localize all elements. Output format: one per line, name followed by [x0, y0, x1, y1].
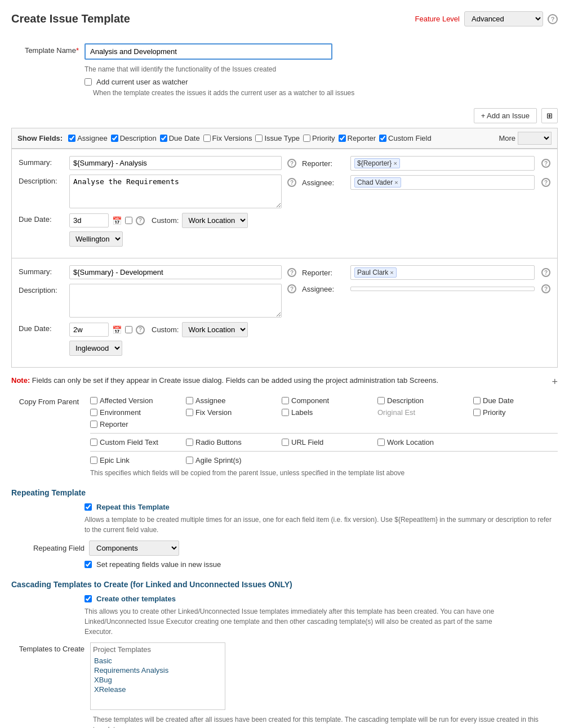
copy-field-due-date[interactable]: Due Date [473, 396, 558, 405]
issue2-assignee-tag-input[interactable] [350, 287, 535, 291]
issue2-reporter-right-help-icon[interactable]: ? [541, 268, 550, 277]
copy-fields-container: Affected Version Assignee Component Desc… [90, 396, 558, 477]
repeating-field-select[interactable]: Components Fix Versions Labels Affected … [89, 541, 179, 556]
issue2-reporter-help-icon[interactable]: ? [287, 268, 296, 277]
issue1-summary-label: Summary: [19, 156, 69, 167]
copy-field-work-location[interactable]: Work Location [377, 438, 462, 446]
issue1-custom-field-select[interactable]: Work Location [182, 213, 248, 228]
listbox-item-xbug[interactable]: XBug [93, 675, 223, 685]
issue1-reporter-right-help-icon[interactable]: ? [541, 159, 550, 168]
copy-from-parent-label: Copy From Parent [11, 396, 85, 406]
feature-level-label: Feature Level [415, 15, 460, 23]
copy-field-description[interactable]: Description [377, 396, 462, 405]
issue1-reporter-label: Reporter: [302, 159, 347, 168]
copy-field-fix-version[interactable]: Fix Version [186, 408, 270, 417]
watcher-checkbox[interactable] [85, 78, 92, 86]
field-checkbox-priority[interactable]: Priority [303, 134, 335, 142]
templates-to-create-label: Templates to Create [11, 642, 85, 653]
issue1-duedate-input[interactable] [69, 213, 109, 227]
field-checkbox-reporter[interactable]: Reporter [339, 134, 376, 142]
issue2-calendar-icon[interactable]: 📅 [112, 325, 122, 334]
issue2-summary-label: Summary: [19, 265, 69, 276]
issue2-reporter-tag-remove[interactable]: × [390, 269, 393, 276]
template-name-input[interactable] [85, 43, 332, 60]
copy-field-environment[interactable]: Environment [90, 408, 175, 417]
repeating-template-title: Repeating Template [11, 488, 558, 497]
issue2-summary-input[interactable] [69, 265, 282, 279]
issue1-assignee-help-icon[interactable]: ? [287, 178, 296, 187]
issue2-custom-field-select[interactable]: Work Location [182, 322, 248, 337]
listbox-item-basic[interactable]: Basic [93, 656, 223, 666]
copy-field-reporter[interactable]: Reporter [90, 420, 175, 428]
copy-field-priority[interactable]: Priority [473, 408, 558, 417]
repeat-hint: Allows a template to be created multiple… [85, 515, 558, 535]
watcher-checkbox-row: Add current user as watcher [85, 78, 558, 86]
create-other-row: Create other templates [85, 595, 558, 603]
repeat-checkbox-row: Repeat this Template [85, 503, 558, 511]
listbox-item-requirements[interactable]: Requirements Analysis [93, 666, 223, 675]
note-section: Note: Fields can only be set if they app… [11, 376, 558, 388]
note-plus-button[interactable]: + [552, 376, 558, 388]
copy-field-agile-sprint[interactable]: Agile Sprint(s) [186, 456, 270, 465]
issue2-assignee-help-icon[interactable]: ? [287, 284, 296, 293]
settings-button[interactable]: ⊞ [541, 108, 558, 123]
watcher-hint: When the template creates the issues it … [93, 89, 558, 97]
issue1-duedate-checkbox[interactable] [125, 217, 132, 224]
copy-field-custom-field-text[interactable]: Custom Field Text [90, 438, 175, 446]
issue2-duedate-checkbox[interactable] [125, 326, 132, 333]
watcher-label: Add current user as watcher [96, 78, 188, 86]
feature-level-select[interactable]: Advanced Basic [464, 11, 543, 26]
copy-field-original-est: Original Est [377, 408, 462, 417]
issue1-description-input[interactable]: Analyse the Requirements [69, 175, 282, 208]
copy-field-labels[interactable]: Labels [282, 408, 366, 417]
field-checkbox-assignee[interactable]: Assignee [68, 134, 107, 142]
issue1-custom-value-select[interactable]: Wellington [69, 231, 123, 247]
issue1-reporter-tag-remove[interactable]: × [393, 160, 397, 167]
field-checkbox-fix-versions[interactable]: Fix Versions [203, 134, 252, 142]
copy-field-affected-version[interactable]: Affected Version [90, 396, 175, 405]
issue1-duedate-row: Due Date: 📅 ? Custom: Work Location Well… [19, 213, 282, 247]
copy-field-component[interactable]: Component [282, 396, 366, 405]
note-body: Fields can only be set if they appear in… [32, 376, 438, 385]
issue2-duedate-input[interactable] [69, 323, 109, 337]
add-issue-button[interactable]: + Add an Issue [474, 108, 537, 123]
create-other-checkbox[interactable] [85, 595, 92, 602]
cascading-hint: This allows you to create other Linked/U… [85, 606, 507, 637]
issue1-summary-row: Summary: [19, 156, 282, 170]
issue1-assignee-tag-input[interactable]: Chad Vader × [350, 175, 535, 190]
issue1-description-row: Description: Analyse the Requirements [19, 175, 282, 208]
issue2-custom-value-select[interactable]: Inglewood [69, 341, 122, 356]
repeat-label: Repeat this Template [96, 503, 170, 511]
copy-field-assignee[interactable]: Assignee [186, 396, 270, 405]
listbox-item-xrelease[interactable]: XRelease [93, 685, 223, 694]
issue2-description-input[interactable] [69, 284, 282, 318]
more-dropdown: More [499, 132, 552, 145]
field-checkbox-description[interactable]: Description [111, 134, 157, 142]
issue2-duedate-help-icon[interactable]: ? [136, 325, 145, 334]
issue1-reporter-tag: ${Reporter} × [354, 158, 400, 168]
issue1-reporter-help-icon[interactable]: ? [287, 159, 296, 168]
issue1-calendar-icon[interactable]: 📅 [112, 216, 122, 225]
issue2-duedate-label: Due Date: [19, 322, 69, 333]
set-repeating-checkbox[interactable] [85, 561, 92, 568]
templates-listbox[interactable]: Project Templates Basic Requirements Ana… [90, 642, 225, 710]
copy-field-radio-buttons[interactable]: Radio Buttons [186, 438, 270, 446]
issue1-assignee-tag-remove[interactable]: × [394, 179, 398, 186]
issue1-summary-input[interactable] [69, 156, 282, 170]
issue2-reporter-label: Reporter: [302, 269, 347, 277]
more-select[interactable] [518, 132, 552, 145]
more-label: More [499, 134, 515, 142]
issue1-reporter-tag-input[interactable]: ${Reporter} × [350, 156, 535, 171]
repeat-checkbox[interactable] [85, 503, 92, 511]
field-checkbox-custom-field[interactable]: Custom Field [379, 134, 432, 142]
issue2-description-label: Description: [19, 284, 69, 294]
copy-field-epic-link[interactable]: Epic Link [90, 456, 175, 465]
issue1-duedate-help-icon[interactable]: ? [136, 216, 145, 225]
feature-level-help-icon[interactable]: ? [548, 14, 558, 24]
issue2-reporter-tag-input[interactable]: Paul Clark × [350, 265, 535, 280]
field-checkbox-due-date[interactable]: Due Date [160, 134, 200, 142]
issue2-assignee-right-help-icon[interactable]: ? [541, 284, 550, 293]
field-checkbox-issue-type[interactable]: Issue Type [255, 134, 300, 142]
copy-field-url-field[interactable]: URL Field [282, 438, 366, 446]
issue1-assignee-right-help-icon[interactable]: ? [541, 178, 550, 187]
